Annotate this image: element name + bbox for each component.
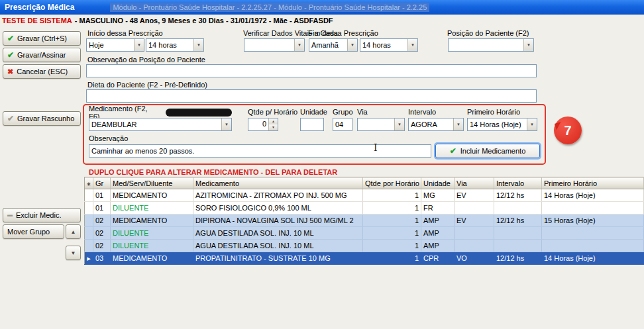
column-header-1[interactable]: Med/Serv/Diluente: [111, 177, 193, 189]
cell-primeiro[interactable]: 15 Horas (Hoje): [542, 214, 644, 227]
cancel-button[interactable]: ✖ Cancelar (ESC): [3, 64, 81, 79]
column-header-3[interactable]: Qtde por Horário: [363, 177, 421, 189]
qtde-horario-stepper[interactable]: 0 ▲ ▼: [248, 118, 278, 131]
column-header-4[interactable]: Unidade: [421, 177, 455, 189]
cell-primeiro[interactable]: [542, 240, 644, 252]
unidade-field[interactable]: [300, 118, 324, 131]
fim-time-select[interactable]: 14 horas ▼: [360, 38, 418, 52]
column-header-5[interactable]: Via: [455, 177, 494, 189]
cell-tipo[interactable]: DILUENTE: [111, 227, 193, 240]
cell-gr[interactable]: 02: [93, 240, 111, 252]
cell-qtde[interactable]: 1: [363, 227, 421, 240]
observacao-input[interactable]: [89, 144, 431, 158]
primeiro-horario-select[interactable]: 14 Horas (Hoje) ▼: [467, 118, 537, 131]
medicamento-select[interactable]: DEAMBULAR ▼: [89, 118, 232, 131]
stepper-down-icon[interactable]: ▼: [269, 124, 278, 130]
dropdown-arrow-icon[interactable]: ▼: [193, 39, 203, 51]
grupo-field[interactable]: 04: [333, 118, 352, 131]
cell-unidade[interactable]: AMP: [421, 214, 455, 227]
cell-med[interactable]: DIPIRONA - NOVALGINA SOL INJ 500 MG/ML 2: [193, 214, 363, 227]
cell-primeiro[interactable]: [542, 202, 644, 214]
inicio-day-select[interactable]: Hoje ▼: [86, 38, 144, 52]
dropdown-arrow-icon[interactable]: ▼: [523, 39, 533, 51]
cell-gr[interactable]: 02: [93, 227, 111, 240]
cell-intervalo[interactable]: [494, 227, 542, 240]
cell-tipo[interactable]: MEDICAMENTO: [111, 214, 193, 227]
inicio-time-select[interactable]: 14 horas ▼: [146, 38, 204, 52]
fim-day-select[interactable]: Amanhã ▼: [309, 38, 358, 52]
column-header-6[interactable]: Intervalo: [494, 177, 542, 189]
table-row[interactable]: 02MEDICAMENTODIPIRONA - NOVALGINA SOL IN…: [85, 214, 644, 227]
dropdown-arrow-icon[interactable]: ▼: [527, 118, 537, 130]
cell-qtde[interactable]: 1: [363, 252, 421, 265]
cell-unidade[interactable]: AMP: [421, 227, 455, 240]
stepper-up-icon[interactable]: ▲: [269, 118, 278, 124]
cell-tipo[interactable]: DILUENTE: [111, 240, 193, 252]
dropdown-arrow-icon[interactable]: ▼: [134, 39, 144, 51]
cell-qtde[interactable]: 1: [363, 214, 421, 227]
cell-gr[interactable]: 02: [93, 214, 111, 227]
save-sign-button[interactable]: ✔ Gravar/Assinar: [3, 48, 81, 62]
obs-posicao-input[interactable]: [86, 64, 537, 77]
move-group-up-button[interactable]: ▲: [66, 224, 81, 239]
dropdown-arrow-icon[interactable]: ▼: [453, 118, 463, 130]
cell-intervalo[interactable]: [494, 202, 542, 214]
cell-via[interactable]: VO: [455, 252, 494, 265]
dropdown-arrow-icon[interactable]: ▼: [221, 118, 231, 130]
cell-intervalo[interactable]: 12/12 hs: [494, 214, 542, 227]
cell-gr[interactable]: 03: [93, 252, 111, 265]
cell-via[interactable]: [455, 227, 494, 240]
cell-med[interactable]: AGUA DESTILADA SOL. INJ. 10 ML: [193, 227, 363, 240]
cell-via[interactable]: [455, 240, 494, 252]
cell-unidade[interactable]: FR: [421, 202, 455, 214]
table-row[interactable]: 02DILUENTEAGUA DESTILADA SOL. INJ. 10 ML…: [85, 227, 644, 240]
delete-medication-button[interactable]: ▬ Excluir Medic.: [3, 208, 81, 222]
cell-intervalo[interactable]: 12/12 hs: [494, 252, 542, 265]
cell-tipo[interactable]: MEDICAMENTO: [111, 189, 193, 202]
cell-qtde[interactable]: 1: [363, 202, 421, 214]
cell-via[interactable]: [455, 202, 494, 214]
column-header-2[interactable]: Medicamento: [193, 177, 363, 189]
save-draft-button[interactable]: ✔ Gravar Rascunho: [3, 111, 81, 126]
dropdown-arrow-icon[interactable]: ▼: [347, 39, 357, 51]
cell-gr[interactable]: 01: [93, 202, 111, 214]
cell-gr[interactable]: 01: [93, 189, 111, 202]
cell-tipo[interactable]: DILUENTE: [111, 202, 193, 214]
cell-qtde[interactable]: 1: [363, 240, 421, 252]
table-row[interactable]: ▸03MEDICAMENTOPROPATILNITRATO - SUSTRATE…: [85, 252, 644, 265]
cell-tipo[interactable]: MEDICAMENTO: [111, 252, 193, 265]
save-button[interactable]: ✔ Gravar (Ctrl+S): [3, 31, 81, 46]
titlebar[interactable]: Prescrição Médica Módulo - Prontuário Sa…: [0, 0, 644, 15]
via-select[interactable]: ▼: [357, 118, 405, 131]
cell-via[interactable]: EV: [455, 214, 494, 227]
cell-via[interactable]: EV: [455, 189, 494, 202]
table-row[interactable]: 02DILUENTEAGUA DESTILADA SOL. INJ. 10 ML…: [85, 240, 644, 252]
cell-primeiro[interactable]: 14 Horas (Hoje): [542, 189, 644, 202]
cell-primeiro[interactable]: [542, 227, 644, 240]
dropdown-arrow-icon[interactable]: ▼: [294, 39, 304, 51]
cell-med[interactable]: SORO FISIOLOGICO 0,9% 100 ML: [193, 202, 363, 214]
column-header-0[interactable]: Gr: [93, 177, 111, 189]
incluir-medicamento-button[interactable]: ✔ Incluir Medicamento: [435, 144, 540, 158]
cell-unidade[interactable]: MG: [421, 189, 455, 202]
cell-intervalo[interactable]: [494, 240, 542, 252]
posicao-paciente-select[interactable]: ▼: [448, 38, 534, 52]
intervalo-select[interactable]: AGORA ▼: [408, 118, 464, 131]
cell-med[interactable]: AZITROMICINA - ZITROMAX PO INJ. 500 MG: [193, 189, 363, 202]
dropdown-arrow-icon[interactable]: ▼: [394, 118, 404, 130]
dropdown-arrow-icon[interactable]: ▼: [407, 39, 417, 51]
dieta-input[interactable]: [86, 89, 537, 103]
move-group-button[interactable]: Mover Grupo: [3, 224, 64, 239]
cell-unidade[interactable]: CPR: [421, 252, 455, 265]
cell-med[interactable]: AGUA DESTILADA SOL. INJ. 10 ML: [193, 240, 363, 252]
verificar-dados-vitais-select[interactable]: ▼: [244, 38, 305, 52]
cell-intervalo[interactable]: 12/12 hs: [494, 189, 542, 202]
cell-unidade[interactable]: AMP: [421, 240, 455, 252]
column-header-7[interactable]: Primeiro Horário: [542, 177, 644, 189]
move-group-down-button[interactable]: ▼: [66, 246, 81, 260]
cell-med[interactable]: PROPATILNITRATO - SUSTRATE 10 MG: [193, 252, 363, 265]
cell-primeiro[interactable]: 14 Horas (Hoje): [542, 252, 644, 265]
table-row[interactable]: 01MEDICAMENTOAZITROMICINA - ZITROMAX PO …: [85, 189, 644, 202]
cell-qtde[interactable]: 1: [363, 189, 421, 202]
table-row[interactable]: 01DILUENTESORO FISIOLOGICO 0,9% 100 ML1F…: [85, 202, 644, 214]
